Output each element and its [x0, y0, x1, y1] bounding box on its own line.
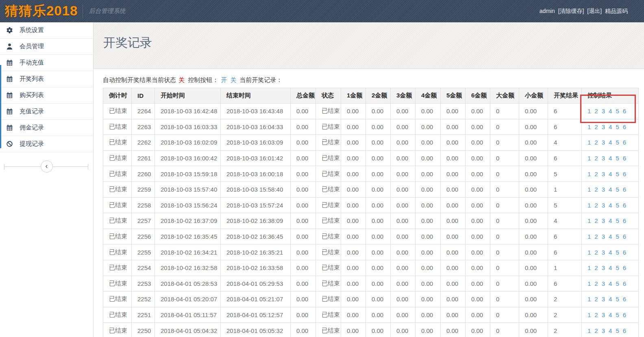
logout-link[interactable]: [退出] [587, 8, 602, 14]
control-result-link[interactable]: 5 [616, 217, 619, 224]
control-result-link[interactable]: 5 [616, 311, 619, 318]
control-result-link[interactable]: 5 [616, 264, 619, 271]
control-result-link[interactable]: 1 [587, 202, 591, 209]
control-result-link[interactable]: 1 [587, 139, 591, 146]
control-result-link[interactable]: 2 [594, 139, 598, 146]
sidebar-item-manual-recharge[interactable]: 手动充值 [0, 55, 93, 71]
control-result-link[interactable]: 1 [587, 155, 591, 162]
sidebar-item-commission-records[interactable]: 佣金记录 [0, 120, 93, 136]
control-result-link[interactable]: 6 [623, 217, 626, 224]
control-result-link[interactable]: 6 [623, 311, 626, 318]
control-result-link[interactable]: 2 [594, 202, 598, 209]
control-result-link[interactable]: 6 [623, 233, 626, 240]
control-result-link[interactable]: 2 [594, 108, 598, 114]
control-result-link[interactable]: 4 [609, 123, 612, 130]
control-result-link[interactable]: 3 [602, 139, 605, 146]
control-result-link[interactable]: 1 [587, 296, 591, 302]
control-result-link[interactable]: 1 [587, 186, 591, 193]
control-result-link[interactable]: 1 [587, 311, 591, 318]
sidebar-item-recharge-records[interactable]: 充值记录 [0, 104, 93, 120]
control-result-link[interactable]: 2 [594, 280, 598, 287]
control-result-link[interactable]: 4 [609, 264, 612, 271]
control-result-link[interactable]: 5 [616, 280, 619, 287]
control-result-link[interactable]: 3 [602, 311, 605, 318]
control-result-link[interactable]: 3 [602, 186, 605, 193]
control-result-link[interactable]: 2 [594, 327, 598, 334]
sidebar-item-purchase-list[interactable]: 购买列表 [0, 87, 93, 104]
control-result-link[interactable]: 1 [587, 108, 591, 114]
control-result-link[interactable]: 5 [616, 108, 619, 114]
control-result-link[interactable]: 3 [602, 249, 605, 256]
control-result-link[interactable]: 6 [623, 155, 626, 162]
sidebar-item-system-settings[interactable]: 系统设置 [0, 22, 93, 39]
control-result-link[interactable]: 5 [616, 139, 619, 146]
control-result-link[interactable]: 4 [609, 280, 612, 287]
control-result-link[interactable]: 3 [602, 233, 605, 240]
control-result-link[interactable]: 5 [616, 327, 619, 334]
control-result-link[interactable]: 2 [594, 171, 598, 177]
control-result-link[interactable]: 4 [609, 108, 612, 114]
control-result-link[interactable]: 3 [602, 171, 605, 177]
control-result-link[interactable]: 5 [616, 123, 619, 130]
control-result-link[interactable]: 3 [602, 280, 605, 287]
control-result-link[interactable]: 1 [587, 249, 591, 256]
control-result-link[interactable]: 4 [609, 202, 612, 209]
sidebar-item-withdraw-records[interactable]: 提现记录 [0, 136, 93, 152]
control-result-link[interactable]: 4 [609, 139, 612, 146]
control-result-link[interactable]: 3 [602, 123, 605, 130]
clear-cache-link[interactable]: [清除缓存] [558, 8, 584, 14]
control-on-button[interactable]: 开 [221, 76, 227, 83]
control-result-link[interactable]: 6 [623, 108, 626, 114]
control-result-link[interactable]: 1 [587, 327, 591, 334]
control-result-link[interactable]: 4 [609, 327, 612, 334]
control-result-link[interactable]: 2 [594, 155, 598, 162]
control-result-link[interactable]: 2 [594, 249, 598, 256]
control-result-link[interactable]: 2 [594, 217, 598, 224]
control-result-link[interactable]: 1 [587, 280, 591, 287]
control-result-link[interactable]: 1 [587, 217, 591, 224]
control-result-link[interactable]: 2 [594, 233, 598, 240]
sidebar-item-draw-list[interactable]: 开奖列表 [0, 71, 93, 87]
control-result-link[interactable]: 4 [609, 249, 612, 256]
control-result-link[interactable]: 4 [609, 171, 612, 177]
control-result-link[interactable]: 6 [623, 327, 626, 334]
control-result-link[interactable]: 6 [623, 123, 626, 130]
control-result-link[interactable]: 6 [623, 139, 626, 146]
control-result-link[interactable]: 5 [616, 249, 619, 256]
sidebar-collapse-button[interactable] [41, 160, 53, 173]
control-result-link[interactable]: 6 [623, 202, 626, 209]
control-result-link[interactable]: 4 [609, 217, 612, 224]
control-result-link[interactable]: 4 [609, 233, 612, 240]
control-result-link[interactable]: 5 [616, 171, 619, 177]
control-result-link[interactable]: 4 [609, 296, 612, 302]
control-result-link[interactable]: 1 [587, 264, 591, 271]
control-result-link[interactable]: 2 [594, 296, 598, 302]
control-result-link[interactable]: 2 [594, 186, 598, 193]
control-result-link[interactable]: 3 [602, 327, 605, 334]
control-result-link[interactable]: 5 [616, 296, 619, 302]
control-result-link[interactable]: 5 [616, 186, 619, 193]
control-result-link[interactable]: 3 [602, 202, 605, 209]
control-result-link[interactable]: 6 [623, 249, 626, 256]
sidebar-scrollbar[interactable] [0, 65, 1, 148]
control-result-link[interactable]: 3 [602, 296, 605, 302]
control-result-link[interactable]: 6 [623, 280, 626, 287]
control-result-link[interactable]: 1 [587, 233, 591, 240]
control-result-link[interactable]: 2 [594, 264, 598, 271]
control-result-link[interactable]: 6 [623, 171, 626, 177]
control-result-link[interactable]: 6 [623, 186, 626, 193]
control-off-button[interactable]: 关 [230, 76, 236, 83]
control-result-link[interactable]: 2 [594, 311, 598, 318]
control-result-link[interactable]: 2 [594, 123, 598, 130]
control-result-link[interactable]: 4 [609, 311, 612, 318]
control-result-link[interactable]: 6 [623, 264, 626, 271]
control-result-link[interactable]: 3 [602, 264, 605, 271]
control-result-link[interactable]: 1 [587, 171, 591, 177]
control-result-link[interactable]: 5 [616, 155, 619, 162]
control-result-link[interactable]: 6 [623, 296, 626, 302]
control-result-link[interactable]: 5 [616, 233, 619, 240]
control-result-link[interactable]: 5 [616, 202, 619, 209]
control-result-link[interactable]: 3 [602, 108, 605, 114]
control-result-link[interactable]: 3 [602, 217, 605, 224]
control-result-link[interactable]: 3 [602, 155, 605, 162]
